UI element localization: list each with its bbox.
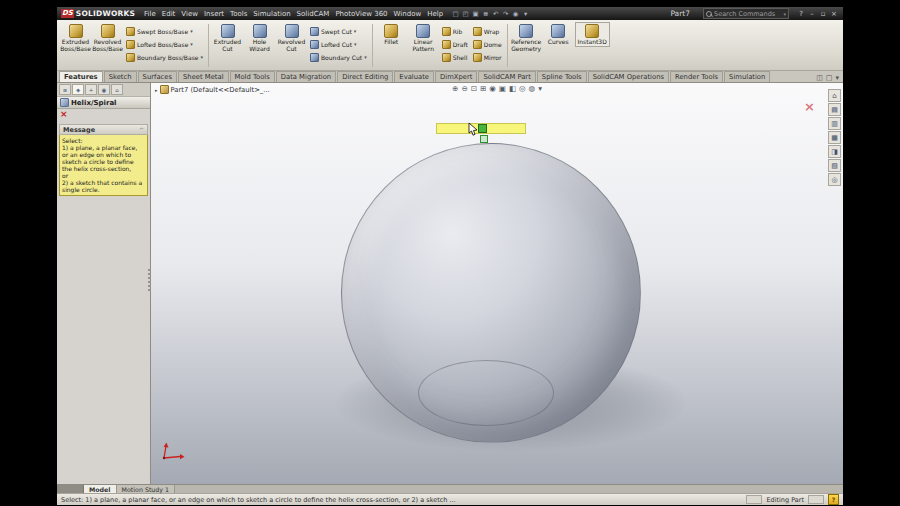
rotate-view-icon[interactable]: ⊞ [480,84,486,93]
ribbon-small-button[interactable]: Swept Boss/Base ▾ [124,25,205,37]
minimize-button[interactable]: – [807,10,817,18]
chevron-down-icon[interactable]: ▾ [190,28,193,34]
zoom-in-out-icon[interactable]: ⊡ [471,84,477,93]
confirmation-corner-cancel-icon[interactable]: × [804,99,815,114]
graphics-viewport[interactable]: ▸ Part7 (Default<<Default>_... ⊕⊖⊡⊞◉▣◧◎◍… [151,83,843,484]
viewport-split-icon[interactable]: ◫ [816,74,823,82]
ribbon-tab[interactable]: Surfaces [138,71,177,82]
ribbon-small-button[interactable]: Swept Cut ▾ [308,25,369,37]
menu-item[interactable]: Edit [159,10,179,18]
document-recovery-icon[interactable]: ◎ [828,173,841,186]
zoom-area-icon[interactable]: ⊖ [461,84,467,93]
ribbon-tab[interactable]: Spline Tools [537,71,587,82]
ribbon-small-button[interactable]: Boundary Cut ▾ [308,51,369,63]
ribbon-tab[interactable]: SolidCAM Operations [588,71,669,82]
menu-item[interactable]: Tools [227,10,250,18]
save-icon[interactable]: ▣ [471,10,480,18]
linear-pattern-button[interactable]: Linear Pattern [408,22,439,52]
cancel-button[interactable]: × [60,110,68,119]
ribbon-tab[interactable]: DimXpert [435,71,477,82]
curves-button[interactable]: Curves [543,22,574,46]
appearances-scenes-icon[interactable]: ◨ [828,145,841,158]
chevron-down-icon[interactable]: ▾ [190,41,193,47]
ribbon-small-button[interactable]: Wrap [471,25,504,37]
featuremanager-tree-icon[interactable]: ≡ [59,84,71,95]
options-icon[interactable]: ▾ [521,10,530,18]
menu-item[interactable]: Simulation [250,10,293,18]
hide-show-items-icon[interactable]: ◎ [519,84,526,93]
ribbon-tab[interactable]: Sketch [104,71,137,82]
chevron-down-icon[interactable]: ▾ [354,41,357,47]
help-button[interactable]: ? [796,10,806,18]
ribbon-tab[interactable]: SolidCAM Part [478,71,535,82]
close-button[interactable]: × [829,10,839,18]
search-input[interactable]: Search Commands [714,10,781,18]
displaymanager-icon[interactable]: ⌂ [111,84,123,95]
chevron-down-icon[interactable]: ▾ [364,54,367,60]
hole-wizard-button[interactable]: Hole Wizard [244,22,275,52]
ribbon-small-button[interactable]: Draft [440,38,470,50]
file-explorer-icon[interactable]: ▥ [828,117,841,130]
new-icon[interactable]: □ [451,10,460,18]
solidworks-resources-icon[interactable]: ⌂ [828,89,841,102]
design-library-icon[interactable]: ▤ [828,103,841,116]
print-icon[interactable]: ≣ [481,10,490,18]
ribbon-tab[interactable]: Mold Tools [230,71,275,82]
ribbon-tab[interactable]: Features [59,71,103,82]
study-tab[interactable]: Motion Study 1 [117,485,176,493]
collapse-icon[interactable]: ^ [139,126,144,133]
study-tab[interactable]: Model [84,485,117,493]
ribbon-small-button[interactable]: Boundary Boss/Base ▾ [124,51,205,63]
menu-item[interactable]: SolidCAM [294,10,333,18]
menu-item[interactable]: Insert [201,10,227,18]
menu-item[interactable]: View [178,10,201,18]
view-orientation-icon[interactable]: ▣ [499,84,506,93]
tab-scroll-corner[interactable] [57,485,84,493]
maximize-button[interactable]: ▫ [818,10,828,18]
extruded-boss-base-button[interactable]: Extruded Boss/Base [60,22,91,52]
custom-properties-icon[interactable]: ▧ [828,159,841,172]
instant3d-button[interactable]: Instant3D [575,22,610,47]
reference-geometry-button[interactable]: Reference Geometry [511,22,542,52]
feature-tree-flyout[interactable]: ▸ Part7 (Default<<Default>_... [155,85,270,94]
revolved-boss-base-button[interactable]: Revolved Boss/Base [92,22,123,52]
ribbon-small-button[interactable]: Rib [440,25,470,37]
ribbon-small-button[interactable]: Lofted Boss/Base ▾ [124,38,205,50]
pane-menu-icon[interactable]: ▾ [835,74,839,82]
search-dropdown-icon[interactable]: ▾ [783,11,786,17]
edit-appearance-icon[interactable]: ◍ [529,84,536,93]
open-icon[interactable]: ◰ [461,10,470,18]
display-style-icon[interactable]: ◧ [509,84,516,93]
view-settings-arrow-icon[interactable]: ▾ [538,84,542,93]
propertymanager-icon[interactable]: ◈ [72,84,84,95]
menu-item[interactable]: File [141,10,159,18]
sphere-bottom-edge[interactable] [418,360,554,426]
pan-icon[interactable]: ◉ [489,84,496,93]
ribbon-small-button[interactable]: Lofted Cut ▾ [308,38,369,50]
expand-icon[interactable]: ▸ [155,87,158,93]
ribbon-small-button[interactable]: Dome [471,38,504,50]
revolved-cut-button[interactable]: Revolved Cut [276,22,307,52]
configurationmanager-icon[interactable]: + [85,84,97,95]
ribbon-small-button[interactable]: Mirror [471,51,504,63]
redo-icon[interactable]: ↷ [501,10,510,18]
menu-item[interactable]: Help [424,10,446,18]
fillet-button[interactable]: Fillet [376,22,407,46]
ribbon-tab[interactable]: Render Tools [670,71,723,82]
menu-item[interactable]: Window [391,10,425,18]
view-palette-icon[interactable]: ▦ [828,131,841,144]
menu-item[interactable]: PhotoView 360 [332,10,390,18]
ribbon-tab[interactable]: Evaluate [394,71,434,82]
chevron-down-icon[interactable]: ▾ [354,28,357,34]
zoom-fit-icon[interactable]: ⊕ [452,84,458,93]
dimxpertmanager-icon[interactable]: ◉ [98,84,110,95]
ribbon-tab[interactable]: Sheet Metal [178,71,229,82]
ribbon-tab[interactable]: Simulation [724,71,770,82]
message-group-header[interactable]: Message ^ [59,124,148,135]
ribbon-tab[interactable]: Direct Editing [337,71,393,82]
ribbon-tab[interactable]: Data Migration [276,71,336,82]
quick-tips-icon[interactable]: ? [828,494,839,505]
undo-icon[interactable]: ↶ [491,10,500,18]
pane-toggle-icon[interactable]: □ [826,74,833,82]
chevron-down-icon[interactable]: ▾ [200,54,203,60]
